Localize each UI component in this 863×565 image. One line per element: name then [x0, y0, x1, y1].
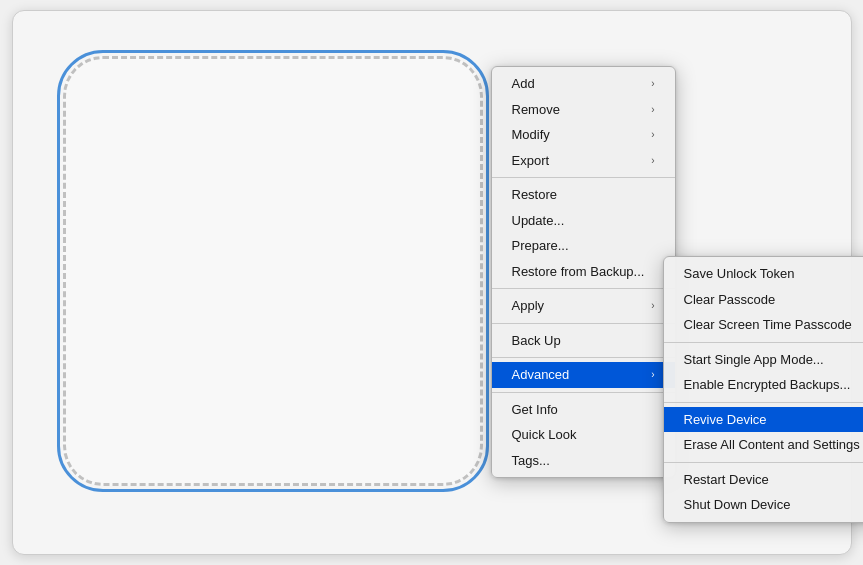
- submenu-arrow-icon: ›: [651, 367, 654, 382]
- menu-item-update[interactable]: Update...: [492, 208, 675, 234]
- menu-item-export[interactable]: Export›: [492, 148, 675, 174]
- submenu-arrow-icon: ›: [651, 127, 654, 142]
- menu-item-label: Add: [512, 74, 535, 94]
- device-box: [63, 56, 483, 486]
- menu-item-label: Export: [512, 151, 550, 171]
- main-window: Add›Remove›Modify›Export›RestoreUpdate..…: [12, 10, 852, 555]
- submenu-arrow-icon: ›: [651, 102, 654, 117]
- menu-item-label: Quick Look: [512, 425, 577, 445]
- menu-item-label: Prepare...: [512, 236, 569, 256]
- menu-item-advanced[interactable]: Advanced›: [492, 362, 675, 388]
- submenu-arrow-icon: ›: [651, 298, 654, 313]
- submenu-separator: [664, 342, 864, 343]
- submenu-item-save_unlock[interactable]: Save Unlock Token: [664, 261, 864, 287]
- submenu-item-clear_screen_time[interactable]: Clear Screen Time Passcode: [664, 312, 864, 338]
- submenu-item-label: Clear Screen Time Passcode: [684, 315, 852, 335]
- menu-item-label: Get Info: [512, 400, 558, 420]
- menu-item-label: Update...: [512, 211, 565, 231]
- submenu-item-erase[interactable]: Erase All Content and Settings: [664, 432, 864, 458]
- device-area: [43, 31, 503, 521]
- menu-item-modify[interactable]: Modify›: [492, 122, 675, 148]
- menu-item-label: Apply: [512, 296, 545, 316]
- menu-item-apply[interactable]: Apply›: [492, 293, 675, 319]
- submenu-item-clear_passcode[interactable]: Clear Passcode: [664, 287, 864, 313]
- submenu-item-shutdown[interactable]: Shut Down Device: [664, 492, 864, 518]
- submenu-item-restart[interactable]: Restart Device: [664, 467, 864, 493]
- menu-item-label: Remove: [512, 100, 560, 120]
- submenu-item-label: Start Single App Mode...: [684, 350, 824, 370]
- menu-item-prepare[interactable]: Prepare...: [492, 233, 675, 259]
- menu-item-label: Restore: [512, 185, 558, 205]
- menu-item-add[interactable]: Add›: [492, 71, 675, 97]
- submenu-separator: [664, 402, 864, 403]
- menu-item-label: Advanced: [512, 365, 570, 385]
- submenu-item-label: Save Unlock Token: [684, 264, 795, 284]
- primary-context-menu: Add›Remove›Modify›Export›RestoreUpdate..…: [491, 66, 676, 478]
- submenu-item-label: Clear Passcode: [684, 290, 776, 310]
- menu-separator: [492, 357, 675, 358]
- menu-item-label: Tags...: [512, 451, 550, 471]
- menu-item-get_info[interactable]: Get Info: [492, 397, 675, 423]
- submenu-item-label: Revive Device: [684, 410, 767, 430]
- submenu-item-label: Restart Device: [684, 470, 769, 490]
- menu-item-back_up[interactable]: Back Up: [492, 328, 675, 354]
- advanced-submenu: Save Unlock TokenClear PasscodeClear Scr…: [663, 256, 864, 523]
- menu-item-quick_look[interactable]: Quick Look: [492, 422, 675, 448]
- submenu-separator: [664, 462, 864, 463]
- menu-separator: [492, 288, 675, 289]
- submenu-item-label: Shut Down Device: [684, 495, 791, 515]
- menu-item-label: Restore from Backup...: [512, 262, 645, 282]
- menu-item-restore[interactable]: Restore: [492, 182, 675, 208]
- menu-separator: [492, 177, 675, 178]
- menu-item-restore_backup[interactable]: Restore from Backup...: [492, 259, 675, 285]
- submenu-item-label: Enable Encrypted Backups...: [684, 375, 851, 395]
- menu-item-tags[interactable]: Tags...: [492, 448, 675, 474]
- menu-item-label: Back Up: [512, 331, 561, 351]
- submenu-arrow-icon: ›: [651, 76, 654, 91]
- menu-item-remove[interactable]: Remove›: [492, 97, 675, 123]
- submenu-item-revive[interactable]: Revive Device: [664, 407, 864, 433]
- submenu-item-encrypted_backups[interactable]: Enable Encrypted Backups...: [664, 372, 864, 398]
- submenu-arrow-icon: ›: [651, 153, 654, 168]
- menu-item-label: Modify: [512, 125, 550, 145]
- menu-separator: [492, 392, 675, 393]
- submenu-item-label: Erase All Content and Settings: [684, 435, 860, 455]
- submenu-item-single_app[interactable]: Start Single App Mode...: [664, 347, 864, 373]
- menu-separator: [492, 323, 675, 324]
